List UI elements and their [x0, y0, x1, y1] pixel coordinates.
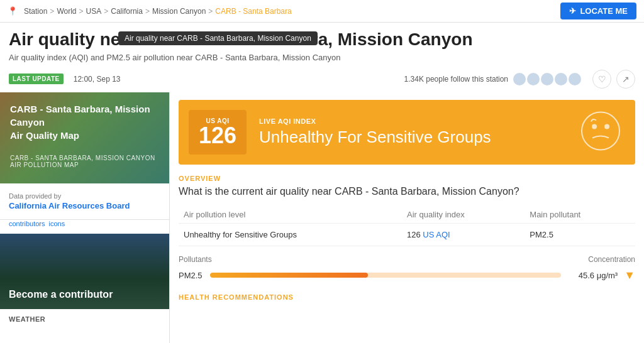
followers-section: 1.34K people follow this station ♡ ↗ — [404, 70, 635, 89]
map-card-title: CARB - Santa Barbara, Mission Canyon Air… — [10, 102, 159, 142]
live-label: LIVE AQI INDEX — [259, 117, 625, 125]
svg-point-0 — [582, 112, 619, 150]
progress-bar-bg-pm25 — [210, 273, 561, 278]
page-title: Air quality near CARB - Santa Barbara, M… — [9, 29, 635, 50]
update-time: 12:00, Sep 13 — [74, 75, 121, 84]
follower-avatar-4 — [555, 73, 567, 85]
col-header-level: Air pollution level — [179, 206, 402, 224]
top-bar: 📍 Station > World > USA > California > M… — [0, 0, 644, 23]
right-panel: US AQI 126 LIVE AQI INDEX Unhealthy For … — [170, 92, 644, 343]
tooltip: Air quality near CARB - Santa Barbara, M… — [118, 31, 318, 45]
dropdown-icon-pm25[interactable]: ▼ — [624, 269, 635, 282]
overview-question: What is the current air quality near CAR… — [179, 186, 635, 197]
breadcrumb-station: Station — [24, 7, 47, 16]
breadcrumb: 📍 Station > World > USA > California > M… — [8, 6, 292, 16]
face-icon — [579, 109, 623, 155]
cell-aqi: 126 US AQI — [402, 223, 525, 246]
share-button[interactable]: ↗ — [616, 70, 635, 89]
main-content: CARB - Santa Barbara, Mission Canyon Air… — [0, 92, 644, 343]
breadcrumb-station-link[interactable]: CARB - Santa Barbara — [215, 7, 291, 16]
status-bar: LAST UPDATE 12:00, Sep 13 1.34K people f… — [0, 66, 644, 92]
aqi-banner: US AQI 126 LIVE AQI INDEX Unhealthy For … — [179, 100, 635, 165]
data-provider-section: Data provided by California Air Resource… — [0, 183, 169, 220]
breadcrumb-usa: USA — [86, 7, 102, 16]
favorite-button[interactable]: ♡ — [592, 70, 611, 89]
become-contributor-card[interactable]: Become a contributor — [0, 234, 169, 309]
follower-icons — [513, 73, 581, 85]
health-rec-section: HEALTH RECOMMENDATIONS — [170, 285, 644, 310]
breadcrumb-world: World — [57, 7, 76, 16]
title-section: Air quality near CARB - Santa Barbara, M… — [0, 23, 644, 65]
concentration-value-pm25: 45.6 μg/m³ — [567, 271, 618, 280]
aqi-info: LIVE AQI INDEX Unhealthy For Sensitive G… — [259, 117, 625, 147]
locate-icon: ✈ — [569, 6, 576, 16]
pin-icon: 📍 — [8, 6, 18, 16]
followers-count: 1.34K people follow this station — [404, 75, 508, 84]
data-provider-label: Data provided by — [9, 192, 160, 200]
aqi-number: 126 — [199, 124, 236, 147]
cell-level: Unhealthy for Sensitive Groups — [179, 223, 402, 246]
page-subtitle: Air quality index (AQI) and PM2.5 air po… — [9, 53, 635, 62]
air-quality-table: Air pollution level Air quality index Ma… — [179, 206, 635, 246]
left-panel: CARB - Santa Barbara, Mission Canyon Air… — [0, 92, 170, 343]
overview-section: OVERVIEW What is the current air quality… — [170, 165, 644, 246]
weather-label: WEATHER — [9, 315, 160, 323]
map-card[interactable]: CARB - Santa Barbara, Mission Canyon Air… — [0, 92, 169, 183]
become-contributor-text: Become a contributor — [9, 289, 113, 300]
map-card-pollution-label: CARB - SANTA BARBARA, MISSION CANYON AIR… — [10, 155, 159, 168]
pollutant-row-pm25: PM2.5 45.6 μg/m³ ▼ — [179, 269, 635, 282]
weather-section: WEATHER — [0, 309, 169, 329]
col-header-pollutant: Main pollutant — [525, 206, 635, 224]
icons-link[interactable]: icons — [48, 220, 65, 227]
svg-point-1 — [592, 124, 597, 129]
svg-point-2 — [604, 124, 609, 129]
follower-avatar-1 — [513, 73, 526, 85]
aqi-status-text: Unhealthy For Sensitive Groups — [259, 128, 625, 147]
pollutants-section: Pollutants Concentration PM2.5 45.6 μg/m… — [170, 246, 644, 282]
pollutants-header: Pollutants Concentration — [179, 255, 635, 264]
table-row: Unhealthy for Sensitive Groups 126 US AQ… — [179, 223, 635, 246]
breadcrumb-california: California — [111, 7, 143, 16]
progress-bar-fill-pm25 — [210, 273, 368, 278]
follower-avatar-5 — [569, 73, 581, 85]
follower-avatar-3 — [541, 73, 553, 85]
action-buttons: ♡ ↗ — [592, 70, 635, 89]
follower-avatar-2 — [527, 73, 540, 85]
pollutants-label: Pollutants — [179, 255, 212, 264]
breadcrumb-missioncanyon: Mission Canyon — [152, 7, 206, 16]
data-provider-name[interactable]: California Air Resources Board — [9, 201, 160, 210]
concentration-label: Concentration — [588, 255, 635, 264]
pollutant-name-pm25: PM2.5 — [179, 271, 204, 280]
last-update-badge: LAST UPDATE — [9, 74, 64, 84]
aqi-link[interactable]: US AQI — [423, 230, 450, 239]
cell-pollutant: PM2.5 — [525, 223, 635, 246]
contributors-row[interactable]: contributors icons — [0, 220, 169, 234]
col-header-aqi: Air quality index — [402, 206, 525, 224]
locate-me-button[interactable]: ✈ LOCATE ME — [560, 3, 636, 19]
health-rec-label: HEALTH RECOMMENDATIONS — [179, 293, 635, 301]
aqi-score-box: US AQI 126 — [189, 110, 247, 155]
overview-label: OVERVIEW — [179, 175, 635, 182]
contributors-link[interactable]: contributors — [9, 220, 45, 227]
